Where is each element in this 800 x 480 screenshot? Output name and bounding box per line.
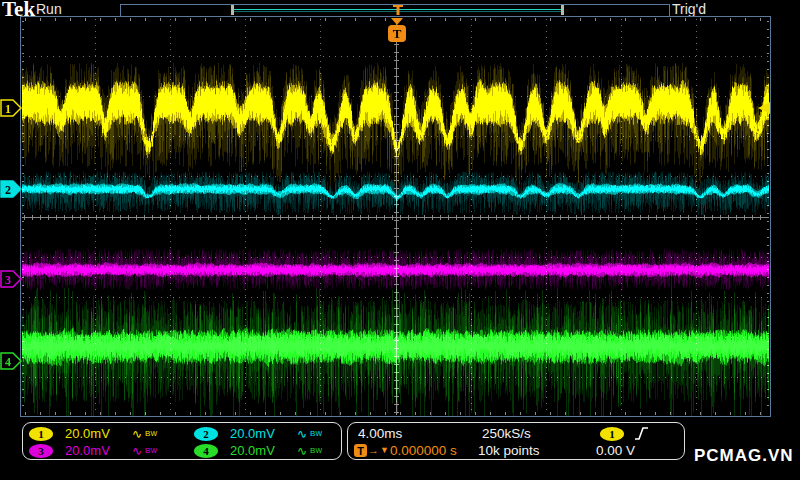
channel-2-coupling-bandwidth-icon: ∿BW: [297, 427, 341, 441]
trigger-position-value: 0.000000 s: [390, 443, 457, 458]
channel-4-scale[interactable]: 20.0mV: [230, 443, 297, 458]
record-length-readout: 10k points: [478, 443, 596, 458]
channel-1-badge[interactable]: 1: [29, 427, 53, 441]
svg-text:4: 4: [5, 355, 11, 369]
channel-3-coupling-bandwidth-icon: ∿BW: [132, 444, 176, 458]
trigger-source-badge[interactable]: 1: [600, 427, 624, 441]
svg-text:1: 1: [5, 102, 11, 116]
channel-2-badge[interactable]: 2: [194, 427, 218, 441]
channel-1-scale[interactable]: 20.0mV: [65, 426, 132, 441]
channel-1-marker[interactable]: 1: [0, 99, 22, 117]
zoom-window-right-bracket[interactable]: [561, 5, 564, 15]
horizontal-trigger-readout-box: 4.00ms 250kS/s 1 T → ▼ 0.000000 s 10k po…: [347, 422, 685, 460]
acquisition-state: Run: [36, 1, 62, 17]
svg-text:2: 2: [5, 183, 11, 197]
timebase-readout[interactable]: 4.00ms: [348, 426, 482, 441]
channel-3-scale[interactable]: 20.0mV: [65, 443, 132, 458]
marker-down-icon: ▼: [380, 446, 389, 455]
zoom-window-left-bracket[interactable]: [231, 5, 234, 15]
trigger-level-readout[interactable]: 0.00 V: [596, 443, 635, 458]
trigger-level-marker[interactable]: [757, 101, 771, 115]
ac-coupling-icon: ∿: [132, 444, 142, 458]
watermark: PCMAG.VN: [694, 446, 794, 466]
channel-3-badge[interactable]: 3: [29, 444, 53, 458]
channel-2-scale[interactable]: 20.0mV: [230, 426, 297, 441]
oscilloscope-screen: Tek Run Trig'd T 1 2 3 4: [0, 0, 800, 480]
ac-coupling-icon: ∿: [132, 427, 142, 441]
channel-4-coupling-bandwidth-icon: ∿BW: [297, 444, 341, 458]
channel-4-badge[interactable]: 4: [194, 444, 218, 458]
channel-2-marker[interactable]: 2: [0, 180, 22, 198]
ac-coupling-icon: ∿: [297, 427, 307, 441]
channel-4-marker[interactable]: 4: [0, 352, 22, 370]
waveform-display: [20, 16, 771, 417]
trigger-position-flag[interactable]: T: [386, 17, 408, 46]
trigger-slope-rising-icon: [632, 426, 650, 441]
trigger-t-icon: T: [354, 444, 367, 457]
svg-text:3: 3: [5, 273, 11, 287]
channel-3-marker[interactable]: 3: [0, 270, 22, 288]
sample-rate-readout: 250kS/s: [482, 426, 600, 441]
trigger-flag-label: T: [393, 26, 402, 41]
trigger-position-mini-icon[interactable]: [392, 5, 404, 15]
arrow-right-icon: →: [368, 445, 379, 456]
trigger-status: Trig'd: [672, 1, 706, 17]
channel-readout-box: 1 20.0mV ∿BW 2 20.0mV ∿BW 3 20.0mV ∿BW 4…: [22, 422, 342, 460]
trigger-position-readout[interactable]: T → ▼ 0.000000 s: [348, 443, 478, 458]
ac-coupling-icon: ∿: [297, 444, 307, 458]
channel-1-coupling-bandwidth-icon: ∿BW: [132, 427, 176, 441]
